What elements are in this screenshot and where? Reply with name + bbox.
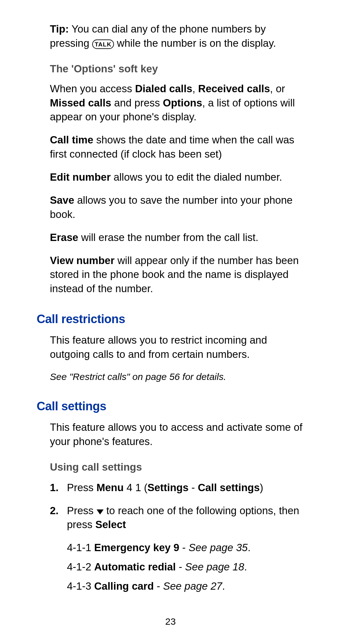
down-arrow-icon (97, 509, 104, 515)
using-call-settings-heading: Using call settings (50, 460, 305, 474)
options-softkey-heading: The 'Options' soft key (50, 62, 305, 76)
options-softkey-section: The 'Options' soft key When you access D… (36, 62, 305, 296)
option-call-time: Call time shows the date and time when t… (50, 133, 305, 161)
option-edit-number: Edit number allows you to edit the diale… (50, 170, 305, 184)
menu-item-emergency-key: 4-1-1 Emergency key 9 - See page 35. (67, 541, 305, 555)
menu-item-automatic-redial: 4-1-2 Automatic redial - See page 18. (67, 560, 305, 574)
option-save: Save allows you to save the number into … (50, 193, 305, 222)
call-restrictions-ref: See "Restrict calls" on page 56 for deta… (50, 370, 305, 383)
step-1: 1. Press Menu 4 1 (Settings - Call setti… (50, 481, 305, 495)
call-settings-section: Call settings This feature allows you to… (36, 398, 305, 593)
page-number: 23 (0, 615, 341, 628)
option-erase: Erase will erase the number from the cal… (50, 231, 305, 245)
tip-paragraph: Tip: You can dial any of the phone numbe… (50, 22, 305, 51)
options-intro: When you access Dialed calls, Received c… (50, 82, 305, 124)
call-restrictions-heading: Call restrictions (37, 311, 305, 328)
using-call-settings-steps: 1. Press Menu 4 1 (Settings - Call setti… (50, 481, 305, 532)
step-2: 2. Press to reach one of the following o… (50, 504, 305, 532)
call-restrictions-section: Call restrictions This feature allows yo… (36, 311, 305, 383)
tip-label: Tip: (50, 23, 69, 35)
call-restrictions-body: This feature allows you to restrict inco… (50, 333, 305, 362)
call-settings-heading: Call settings (37, 398, 305, 415)
tip-block: Tip: You can dial any of the phone numbe… (36, 22, 305, 51)
talk-key-icon: TALK (92, 39, 114, 49)
menu-item-calling-card: 4-1-3 Calling card - See page 27. (67, 579, 305, 593)
manual-page: Tip: You can dial any of the phone numbe… (0, 0, 341, 644)
option-view-number: View number will appear only if the numb… (50, 254, 305, 296)
tip-text-after: while the number is on the display. (117, 37, 276, 49)
call-settings-body: This feature allows you to access and ac… (50, 420, 305, 449)
call-settings-menu-items: 4-1-1 Emergency key 9 - See page 35. 4-1… (50, 541, 305, 593)
